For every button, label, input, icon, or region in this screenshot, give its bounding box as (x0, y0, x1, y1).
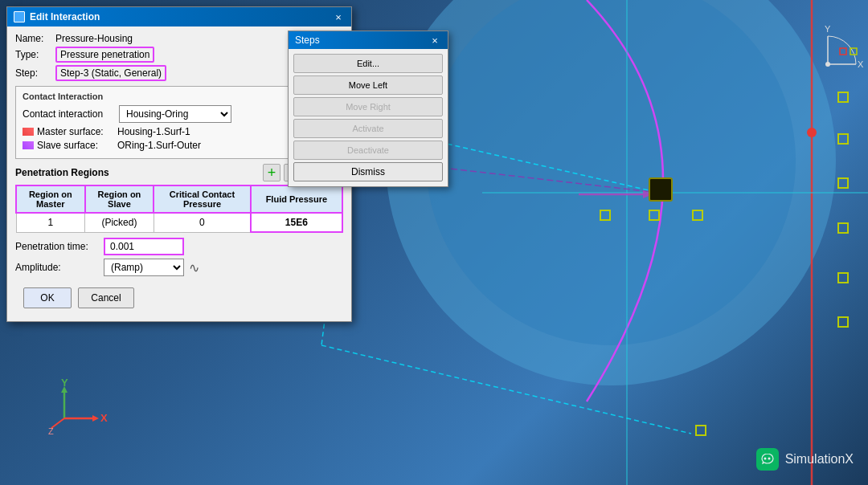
penetration-title: Penetration Regions (15, 167, 109, 178)
add-region-button[interactable]: + (263, 164, 280, 181)
svg-point-35 (764, 458, 766, 460)
slave-surface-label: Slave surface: (37, 140, 117, 151)
name-label: Name: (15, 33, 55, 44)
cancel-button[interactable]: Cancel (78, 287, 134, 308)
edit-button[interactable]: Edit... (293, 54, 443, 73)
col-fluid-pressure: Fluid Pressure (251, 185, 342, 213)
penetration-time-label: Penetration time: (15, 241, 104, 252)
contact-interaction-select[interactable]: Housing-Oring (119, 105, 231, 123)
ok-button[interactable]: OK (23, 287, 72, 308)
penetration-table: Region onMaster Region onSlave Critical … (15, 185, 343, 233)
z-axis-label: Z (48, 426, 54, 434)
amplitude-select[interactable]: (Ramp) (104, 259, 184, 276)
deactivate-button[interactable]: Deactivate (293, 141, 443, 160)
steps-titlebar: Steps × (289, 31, 448, 49)
svg-text:X: X (858, 59, 864, 69)
svg-point-36 (768, 458, 770, 460)
svg-rect-15 (838, 92, 848, 102)
x-axis-label: X (100, 412, 108, 424)
svg-marker-33 (92, 415, 99, 422)
dialog-title: Edit Interaction (30, 11, 100, 22)
svg-rect-17 (838, 178, 848, 188)
type-label: Type: (15, 49, 55, 60)
steps-title: Steps (295, 35, 320, 46)
row-fluid: 15E6 (251, 213, 342, 232)
steps-body: Edit... Move Left Move Right Activate De… (289, 49, 448, 186)
watermark: SimulationX (756, 448, 854, 471)
axis-indicator: Y X Z (48, 378, 113, 437)
svg-rect-16 (838, 134, 848, 144)
svg-rect-18 (838, 223, 848, 233)
type-value: Pressure penetration (55, 47, 154, 63)
row-slave: (Picked) (85, 213, 154, 232)
table-row: 1 (Picked) 0 15E6 (16, 213, 342, 232)
svg-rect-19 (838, 273, 848, 283)
watermark-text: SimulationX (785, 452, 854, 467)
amplitude-icon: ∿ (189, 260, 199, 275)
master-surface-value: Housing-1.Surf-1 (117, 126, 190, 137)
step-label: Step: (15, 67, 55, 79)
row-critical: 0 (154, 213, 250, 232)
contact-interaction-label: Contact interaction (23, 108, 119, 120)
move-right-button[interactable]: Move Right (293, 97, 443, 116)
dismiss-button[interactable]: Dismiss (293, 162, 443, 181)
dialog-icon (14, 11, 25, 22)
y-axis-label: Y (61, 378, 68, 389)
master-surface-icon (23, 128, 34, 136)
dialog-close-button[interactable]: × (332, 10, 345, 23)
master-surface-label: Master surface: (37, 126, 117, 137)
col-region-slave: Region onSlave (85, 185, 154, 213)
move-left-button[interactable]: Move Left (293, 75, 443, 95)
steps-dialog: Steps × Edit... Move Left Move Right Act… (288, 31, 448, 187)
svg-text:Y: Y (825, 24, 831, 34)
svg-rect-11 (649, 178, 672, 201)
steps-close-button[interactable]: × (428, 34, 441, 47)
slave-surface-value: ORing-1.Surf-Outer (117, 140, 201, 151)
amplitude-row: Amplitude: (Ramp) ∿ (15, 259, 343, 276)
svg-rect-20 (838, 317, 848, 327)
slave-surface-icon (23, 141, 34, 149)
dialog-footer: OK Cancel (15, 281, 343, 315)
dialog-titlebar: Edit Interaction × (7, 7, 351, 26)
svg-rect-28 (840, 48, 846, 55)
svg-point-22 (807, 128, 817, 137)
steps-btn-row: Edit... Move Left Move Right Activate De… (293, 54, 443, 181)
step-value: Step-3 (Static, General) (55, 65, 166, 81)
row-num: 1 (16, 213, 85, 232)
penetration-time-input[interactable] (104, 238, 184, 255)
activate-button[interactable]: Activate (293, 119, 443, 138)
name-value: Pressure-Housing (55, 33, 133, 44)
penetration-time-row: Penetration time: (15, 238, 343, 255)
col-critical-pressure: Critical ContactPressure (154, 185, 250, 213)
amplitude-label: Amplitude: (15, 262, 104, 273)
col-region-master: Region onMaster (16, 185, 85, 213)
wechat-icon (756, 448, 779, 471)
svg-rect-21 (696, 426, 706, 435)
dialog-container: Edit Interaction × Name: Pressure-Housin… (6, 6, 352, 322)
svg-point-27 (825, 62, 830, 67)
